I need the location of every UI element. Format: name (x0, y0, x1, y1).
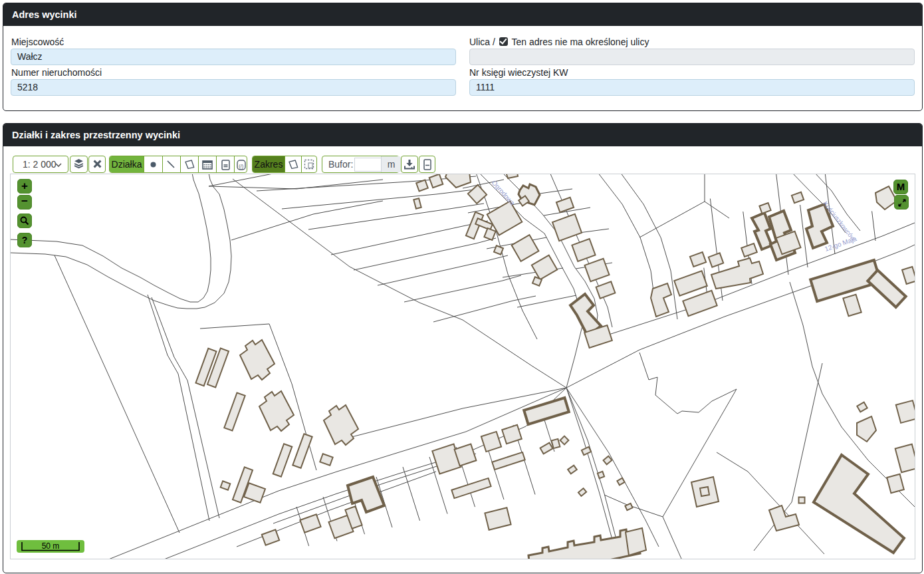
svg-text:50 m: 50 m (42, 541, 60, 551)
svg-text:12-go Maja: 12-go Maja (824, 235, 858, 253)
svg-text:(/): (/) (239, 163, 244, 169)
